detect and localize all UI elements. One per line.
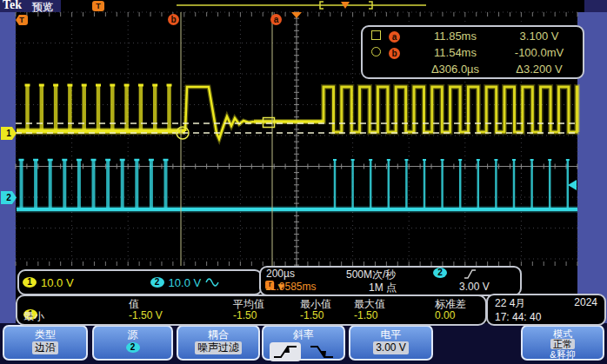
timebase-scale: 200µs <box>266 268 295 280</box>
trigger-level-readout: 3.00 V <box>459 281 490 293</box>
meas-value: -1.50 V <box>129 309 163 321</box>
cursor-b-flag[interactable]: b <box>168 14 179 25</box>
channel1-badge[interactable]: 1 <box>23 277 37 288</box>
brand-logo: Tek <box>3 0 22 12</box>
soft-menu-bar: 类型 边沿 源 2 耦合 噪声过滤 斜率 <box>0 323 607 364</box>
slope-rising-option[interactable] <box>270 342 301 361</box>
rising-edge-icon <box>463 268 477 280</box>
datetime-box: 22 4月 2024 17: 44: 40 <box>486 294 606 326</box>
cursor-a-voltage: 3.100 V <box>501 30 577 43</box>
trigger-type-button[interactable]: 类型 边沿 <box>3 325 88 361</box>
cursor-b-row: b 11.54ms -100.0mV <box>363 43 583 60</box>
meas-mean: -1.50 <box>233 309 257 321</box>
trigger-mode-value: 正常 <box>550 339 575 349</box>
cursor-b-voltage: -100.0mV <box>501 46 577 59</box>
cursor-a-badge: a <box>389 31 400 43</box>
channel2-ground-marker[interactable]: 2 <box>1 191 17 204</box>
trigger-source-value: 2 <box>126 342 140 353</box>
trigger-slope-button[interactable]: 斜率 <box>262 325 345 361</box>
cursor-delta-voltage: Δ3.200 V <box>501 63 577 76</box>
cursor-b-circle-icon <box>371 47 381 56</box>
oscilloscope-screen: Tek 预览 T T b a 1 2 a 11.85ms 3.100 V b 1… <box>0 0 607 364</box>
meas-stddev: 0.00 <box>435 309 455 321</box>
falling-edge-icon <box>308 343 336 361</box>
cursor-a-row: a 11.85ms 3.100 V <box>363 27 583 43</box>
channel1-ground-marker[interactable]: 1 <box>1 127 17 140</box>
trigger-source-label: 源 <box>94 328 171 341</box>
measurement-bar: 值 平均值 最小值 最大值 标准差 1 最小 -1.50 V -1.50 -1.… <box>16 295 487 326</box>
trigger-delay-value: 11.9585ms <box>265 281 316 293</box>
channel-readout-box: 1 10.0 V 2 10.0 V <box>17 269 263 295</box>
cursor-b-time: 11.54ms <box>410 46 501 59</box>
channel2-scale: 10.0 V <box>169 276 202 289</box>
trigger-type-label: 类型 <box>4 328 86 341</box>
trigger-mode-label: 模式 <box>523 328 603 339</box>
trigger-mode-value2: &释抑 <box>523 349 603 360</box>
channel1-scale: 10.0 V <box>41 276 74 289</box>
trigger-level-button[interactable]: 电平 3.00 V <box>349 325 433 361</box>
meas-min: -1.50 <box>300 309 324 321</box>
record-length: 1M 点 <box>369 281 397 295</box>
year-text: 2024 <box>574 296 597 311</box>
cursor-delta-row: Δ306.0µs Δ3.200 V <box>363 60 583 76</box>
timebase-readout-box: 200µs 500M次/秒 2 T→▼11.9585ms 1M 点 3.00 V <box>259 266 522 296</box>
trigger-coupling-button[interactable]: 耦合 噪声过滤 <box>177 325 260 361</box>
trigger-coupling-value: 噪声过滤 <box>195 341 242 354</box>
trigger-source-badge: 2 <box>433 268 447 278</box>
time-text: 17: 44: 40 <box>488 311 604 323</box>
trigger-mode-button[interactable]: 模式 正常 &释抑 <box>521 325 604 361</box>
cursor-delta-time: Δ306.0µs <box>410 63 501 76</box>
trigger-source-button[interactable]: 源 2 <box>92 325 173 361</box>
channel2-badge[interactable]: 2 <box>150 277 164 288</box>
cursor-a-square-icon <box>371 30 381 40</box>
trigger-level-label: 电平 <box>350 328 431 341</box>
ac-coupling-icon <box>205 277 219 288</box>
meas-name: 最小 <box>23 309 44 324</box>
cursor-a-flag[interactable]: a <box>270 14 282 25</box>
trigger-coupling-label: 耦合 <box>178 328 258 341</box>
trigger-type-value: 边沿 <box>32 341 58 354</box>
record-view-strip <box>61 0 584 12</box>
date-text: 22 4月 <box>495 296 525 311</box>
slope-falling-option[interactable] <box>306 342 337 361</box>
trigger-level-value: 3.00 V <box>373 341 409 354</box>
record-trigger-flag[interactable]: T <box>92 1 104 11</box>
trigger-slope-label: 斜率 <box>263 328 344 341</box>
rising-edge-icon <box>271 343 299 361</box>
meas-max: -1.50 <box>354 309 377 321</box>
cursor-readout-box: a 11.85ms 3.100 V b 11.54ms -100.0mV Δ30… <box>361 25 584 79</box>
cursor-b-badge: b <box>389 48 400 59</box>
cursor-a-time: 11.85ms <box>410 30 501 43</box>
